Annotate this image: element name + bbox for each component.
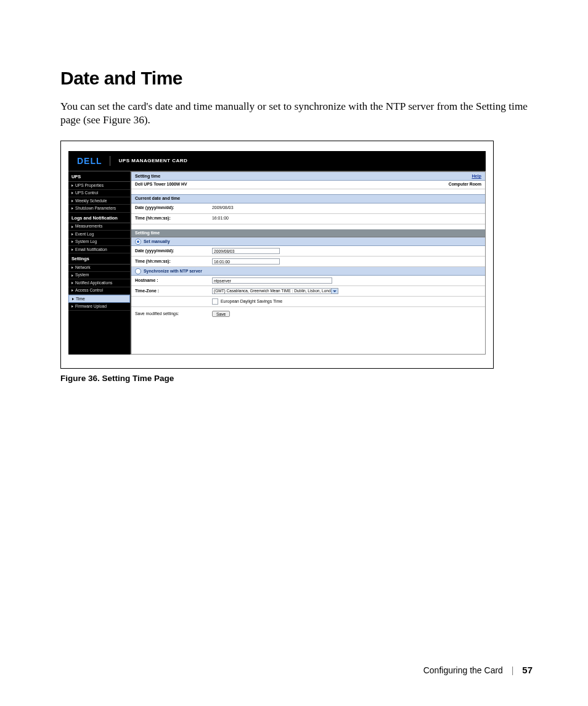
save-label: Save modified settings:	[135, 311, 212, 317]
current-date-row: Date (yyyy/mm/dd): 2009/08/03	[131, 203, 485, 214]
chevron-right-icon	[71, 184, 73, 187]
chevron-right-icon	[71, 305, 73, 308]
chevron-right-icon	[72, 298, 74, 300]
timezone-row: Time-Zone : (GMT) Casablanca, Greenwich …	[131, 286, 485, 297]
header-divider	[110, 156, 110, 166]
sidebar-item-system[interactable]: System	[68, 272, 130, 279]
save-row: Save modified settings: Save	[131, 307, 485, 321]
chevron-right-icon	[71, 282, 73, 284]
device-location: Computer Room	[449, 182, 481, 187]
sidebar-item-ups-properties[interactable]: UPS Properties	[68, 182, 130, 189]
sidebar-item-label: Notified Applications	[75, 281, 112, 285]
sidebar-item-label: UPS Control	[75, 191, 98, 195]
timezone-select[interactable]: (GMT) Casablanca, Greenwich Mean TIME : …	[212, 288, 338, 294]
chevron-right-icon	[71, 240, 73, 243]
chevron-right-icon	[71, 200, 73, 202]
hostname-row: Hostname :	[131, 276, 485, 286]
sidebar-item-label: Network	[75, 265, 91, 270]
chevron-right-icon	[71, 289, 73, 292]
sidebar-item-access-control[interactable]: Access Control	[68, 287, 130, 295]
dst-row: European Daylight Savings Time	[131, 297, 485, 307]
radio-label: Set manually	[144, 239, 170, 245]
sidebar-item-label: Firmware Upload	[75, 304, 107, 309]
chevron-right-icon	[71, 274, 73, 277]
hostname-label: Hostname :	[135, 278, 212, 284]
sidebar-item-shutdown-parameters[interactable]: Shutdown Parameters	[68, 205, 130, 212]
chevron-right-icon	[71, 248, 73, 251]
sidebar-item-label: System	[75, 273, 89, 277]
chevron-right-icon	[71, 266, 73, 269]
hostname-input[interactable]	[212, 277, 332, 284]
sidebar-item-label: Email Notification	[75, 247, 107, 252]
sidebar-item-label: Access Control	[75, 288, 103, 293]
sidebar-item-notified-applications[interactable]: Notified Applications	[68, 279, 130, 287]
figure-screenshot: DELL UPS MANAGEMENT CARD UPS UPS Propert…	[60, 141, 494, 369]
help-link[interactable]: Help	[472, 173, 481, 179]
radio-set-manually[interactable]: Set manually	[131, 237, 485, 246]
app-title: UPS MANAGEMENT CARD	[119, 158, 188, 164]
manual-date-input[interactable]	[212, 248, 280, 254]
intro-paragraph: You can set the card's date and time man…	[60, 100, 533, 127]
figure-caption: Figure 36. Setting Time Page	[60, 374, 533, 383]
chevron-down-icon[interactable]	[331, 289, 338, 293]
dell-logo: DELL	[77, 156, 102, 167]
footer-section: Configuring the Card	[423, 665, 503, 675]
sidebar-item-label: System Log	[75, 239, 97, 244]
sidebar-section-ups: UPS	[68, 171, 130, 182]
dst-label: European Daylight Savings Time	[221, 299, 282, 305]
timezone-value: (GMT) Casablanca, Greenwich Mean TIME : …	[214, 289, 335, 293]
sidebar-item-weekly-schedule[interactable]: Weekly Schedule	[68, 197, 130, 205]
current-date-value: 2009/08/03	[212, 205, 234, 211]
current-time-row: Time (hh:mm:ss): 16:01:00	[131, 214, 485, 224]
section-heading: Date and Time	[60, 68, 533, 89]
manual-time-row: Time (hh:mm:ss):	[131, 257, 485, 267]
date-label: Date (yyyy/mm/dd):	[135, 248, 212, 254]
sidebar-item-time[interactable]: Time	[68, 295, 130, 303]
main-panel: Setting time Help Dell UPS Tower 1000W H…	[131, 171, 486, 355]
save-button[interactable]: Save	[212, 311, 230, 317]
sidebar-item-system-log[interactable]: System Log	[68, 239, 130, 246]
sidebar: UPS UPS Properties UPS Control Weekly Sc…	[68, 171, 131, 355]
manual-date-row: Date (yyyy/mm/dd):	[131, 246, 485, 257]
sidebar-item-label: Event Log	[75, 232, 94, 237]
page-title: Setting time	[135, 173, 160, 179]
radio-sync-ntp[interactable]: Synchronize with NTP server	[131, 267, 485, 276]
footer-separator: |	[512, 665, 514, 675]
date-label: Date (yyyy/mm/dd):	[135, 205, 212, 211]
current-time-value: 16:01:00	[212, 216, 229, 221]
chevron-right-icon	[71, 233, 73, 236]
device-info-row: Dell UPS Tower 1000W HV Computer Room	[131, 181, 485, 189]
radio-icon[interactable]	[135, 239, 141, 245]
page-titlebar: Setting time Help	[131, 172, 485, 181]
chevron-right-icon	[71, 192, 73, 194]
section-current-datetime: Current date and time	[131, 194, 485, 203]
sidebar-section-settings: Settings	[68, 253, 130, 264]
sidebar-item-network[interactable]: Network	[68, 265, 130, 272]
app-header: DELL UPS MANAGEMENT CARD	[68, 151, 486, 171]
section-setting-time: Setting time	[131, 229, 485, 238]
sidebar-item-label: Measurements	[75, 224, 102, 229]
sidebar-item-label: UPS Properties	[75, 183, 104, 188]
sidebar-item-event-log[interactable]: Event Log	[68, 231, 130, 238]
chevron-right-icon	[71, 207, 73, 210]
sidebar-item-measurements[interactable]: Measurements	[68, 223, 130, 231]
time-label: Time (hh:mm:ss):	[135, 216, 212, 221]
timezone-label: Time-Zone :	[135, 289, 212, 294]
sidebar-item-firmware-upload[interactable]: Firmware Upload	[68, 303, 130, 310]
manual-time-input[interactable]	[212, 258, 280, 265]
radio-icon[interactable]	[135, 268, 141, 274]
dst-checkbox[interactable]	[212, 298, 218, 305]
sidebar-item-label: Time	[76, 297, 85, 302]
device-name: Dell UPS Tower 1000W HV	[135, 182, 187, 187]
sidebar-item-email-notification[interactable]: Email Notification	[68, 246, 130, 253]
time-label: Time (hh:mm:ss):	[135, 259, 212, 265]
sidebar-item-ups-control[interactable]: UPS Control	[68, 190, 130, 197]
chevron-right-icon	[71, 226, 73, 228]
radio-label: Synchronize with NTP server	[144, 269, 202, 274]
sidebar-item-label: Shutdown Parameters	[75, 206, 116, 211]
sidebar-item-label: Weekly Schedule	[75, 199, 107, 203]
page-footer: Configuring the Card | 57	[423, 665, 533, 675]
footer-page-number: 57	[522, 665, 533, 675]
sidebar-section-logs: Logs and Notification	[68, 213, 130, 223]
